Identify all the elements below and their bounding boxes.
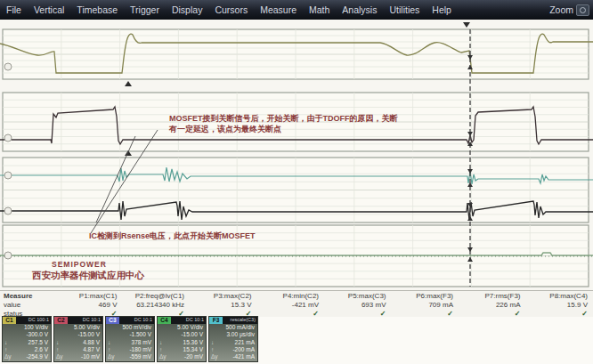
menu-measure[interactable]: Measure [254, 4, 303, 15]
value-label: value [4, 301, 55, 310]
descriptor-c4[interactable]: C4 DC 10:1 5.00 V/div -15.00 V ↓15.36 V … [157, 316, 207, 362]
trigger-time-marker[interactable] [463, 22, 470, 28]
menu-bar: File Vertical Timebase Trigger Display C… [0, 0, 593, 20]
f3-chip: F3 [209, 317, 223, 324]
menu-trigger[interactable]: Trigger [124, 4, 166, 15]
measure-p2[interactable]: P2:freq@lv(C1)63.214340 kHz ✓ [123, 291, 191, 317]
menu-vertical[interactable]: Vertical [28, 4, 70, 15]
descriptor-c2[interactable]: C2 DC 10:1 5.00 V/div -15.00 V ↓4.88 V ↑… [53, 316, 103, 362]
measure-panel: Measure value status P1:max(C1)469 V ✓ P… [0, 290, 593, 317]
annotation-mosfet: MOSFET接到关断信号后，开始关断，由于TDOFF的原因，关断 有一定延迟，该… [169, 114, 398, 134]
c1-chip: C1 [3, 317, 16, 324]
brand-label: SEMIPOWER [52, 260, 107, 270]
measure-p6[interactable]: P6:max(F3)709 mA ✓ [392, 291, 459, 317]
descriptor-f3[interactable]: F3 rescale(C3) 500 mA/div 3.00 μs/div ↓2… [208, 316, 258, 362]
grid1-marker [125, 81, 132, 86]
descriptor-c3[interactable]: C3 DC 10:1 500 mV/div -1.500 V ↓378 mV ↑… [105, 316, 155, 362]
c3-chip: C3 [106, 317, 119, 324]
annotation-ic: IC检测到Rsense电压，此点开始关断MOSFET [89, 231, 256, 242]
zoom-button[interactable]: Zoom [549, 4, 593, 16]
test-center-label: 西安功率器件测试应用中心 [32, 270, 144, 282]
c4-chip: C4 [158, 317, 171, 324]
measure-p8[interactable]: P8:max(C4)15.9 V ✓ [526, 291, 593, 317]
menu-cursors[interactable]: Cursors [208, 4, 254, 15]
c2-chip: C2 [54, 317, 68, 324]
measure-row-labels: Measure value status [0, 291, 55, 317]
channel-descriptor-row: C1 DC 100:1 100 V/div -300.0 V ↓257.5 V … [2, 316, 593, 362]
measure-label: Measure [4, 292, 55, 301]
waveform-area[interactable]: MOSFET接到关断信号后，开始关断，由于TDOFF的原因，关断 有一定延迟，该… [0, 20, 593, 290]
graticule [3, 29, 589, 287]
measure-p3[interactable]: P3:max(C2)15.3 V ✓ [190, 291, 257, 317]
annotation-mosfet-line2: 有一定延迟，该点为最终关断点 [169, 125, 398, 135]
measure-p1[interactable]: P1:max(C1)469 V ✓ [55, 291, 123, 317]
menu-math[interactable]: Math [303, 4, 336, 15]
measure-p7[interactable]: P7:rms(F3)226 mA ✓ [459, 291, 526, 317]
oscilloscope-app: File Vertical Timebase Trigger Display C… [0, 0, 593, 364]
measure-p5[interactable]: P5:max(C3)693 mV ✓ [324, 291, 392, 317]
menu-file[interactable]: File [0, 4, 28, 15]
measure-p4[interactable]: P4:min(C2)-421 mV ✓ [257, 291, 325, 317]
menu-help[interactable]: Help [426, 4, 458, 15]
menu-display[interactable]: Display [166, 4, 208, 15]
zoom-icon [576, 4, 589, 16]
menu-timebase[interactable]: Timebase [70, 4, 124, 15]
waveform-svg [0, 20, 593, 290]
menu-utilities[interactable]: Utilities [383, 4, 426, 15]
descriptor-c1[interactable]: C1 DC 100:1 100 V/div -300.0 V ↓257.5 V … [2, 316, 52, 362]
zoom-label: Zoom [549, 4, 573, 15]
menu-analysis[interactable]: Analysis [336, 4, 383, 15]
annotation-mosfet-line1: MOSFET接到关断信号后，开始关断，由于TDOFF的原因，关断 [169, 114, 398, 125]
